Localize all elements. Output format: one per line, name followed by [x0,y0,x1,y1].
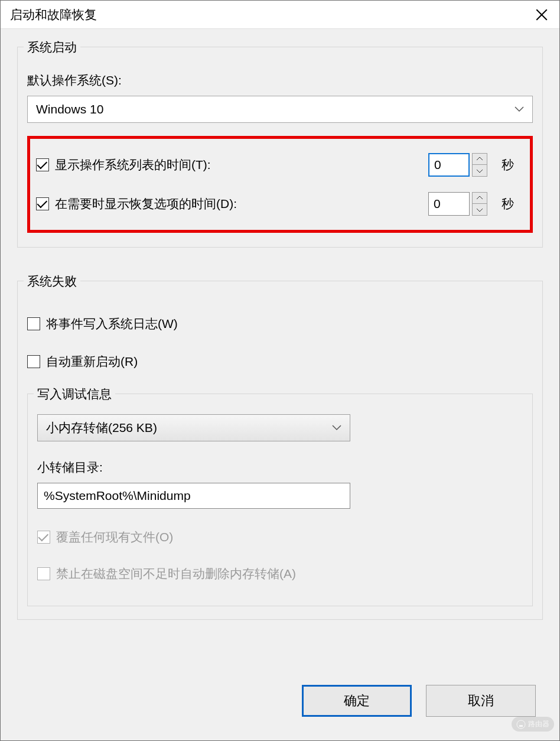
os-list-spinner: 秒 [428,153,522,177]
watermark-badge: 路由器 [512,717,554,732]
no-auto-delete-label: 禁止在磁盘空间不足时自动删除内存转储(A) [56,566,523,582]
svg-point-2 [517,720,525,729]
svg-rect-3 [519,725,523,727]
overwrite-checkbox [37,531,50,544]
dump-type-value: 小内存转储(256 KB) [46,420,157,436]
highlight-annotation: 显示操作系统列表的时间(T): 秒 在需要时显示恢复选项的时间(D): [27,136,533,233]
close-button[interactable] [524,1,559,29]
spin-up-button[interactable] [472,192,487,204]
dump-type-combo[interactable]: 小内存转储(256 KB) [37,414,350,441]
watermark-text: 路由器 [528,719,549,729]
system-startup-group: 系统启动 默认操作系统(S): Windows 10 显示操作系统列表的时间(T… [17,47,543,248]
group-legend: 系统启动 [24,39,80,56]
seconds-unit: 秒 [502,196,522,212]
titlebar: 启动和故障恢复 [1,1,559,29]
cancel-button[interactable]: 取消 [426,685,536,717]
dialog-title: 启动和故障恢复 [10,6,524,23]
write-event-label: 将事件写入系统日志(W) [46,316,533,332]
ok-button[interactable]: 确定 [302,685,412,717]
recovery-time-input[interactable] [428,192,470,216]
show-os-list-label: 显示操作系统列表的时间(T): [55,157,428,173]
seconds-unit: 秒 [502,157,522,173]
show-os-list-row: 显示操作系统列表的时间(T): 秒 [36,151,522,179]
os-list-time-input[interactable] [428,153,470,177]
default-os-value: Windows 10 [36,102,103,116]
show-recovery-row: 在需要时显示恢复选项的时间(D): 秒 [36,190,522,218]
write-event-checkbox[interactable] [27,317,40,330]
dump-dir-label: 小转储目录: [37,459,523,476]
write-event-row: 将事件写入系统日志(W) [27,310,533,338]
close-icon [536,9,548,21]
router-icon [516,720,526,729]
auto-restart-checkbox[interactable] [27,355,40,368]
spin-down-button[interactable] [472,204,487,216]
dialog-footer: 确定 取消 [1,685,559,740]
overwrite-row: 覆盖任何现有文件(O) [37,523,523,551]
spin-up-button[interactable] [472,153,487,165]
no-auto-delete-checkbox [37,567,50,580]
default-os-label: 默认操作系统(S): [27,72,533,89]
dump-dir-input[interactable] [37,483,350,509]
show-os-list-checkbox[interactable] [36,158,49,171]
recovery-spinner: 秒 [428,192,522,216]
default-os-combo[interactable]: Windows 10 [27,96,533,123]
system-failure-group: 系统失败 将事件写入系统日志(W) 自动重新启动(R) 写入调试信息 小内存转储… [17,281,543,620]
group-legend: 系统失败 [24,273,80,290]
auto-restart-label: 自动重新启动(R) [46,353,533,370]
no-auto-delete-row: 禁止在磁盘空间不足时自动删除内存转储(A) [37,560,523,588]
inner-legend: 写入调试信息 [34,386,115,402]
spin-down-button[interactable] [472,165,487,177]
overwrite-label: 覆盖任何现有文件(O) [56,529,523,545]
auto-restart-row: 自动重新启动(R) [27,347,533,376]
show-recovery-label: 在需要时显示恢复选项的时间(D): [55,196,428,212]
startup-recovery-dialog: 启动和故障恢复 系统启动 默认操作系统(S): Windows 10 显示操作系… [0,0,560,741]
dialog-content: 系统启动 默认操作系统(S): Windows 10 显示操作系统列表的时间(T… [1,29,559,685]
chevron-down-icon [515,106,524,112]
show-recovery-checkbox[interactable] [36,197,49,210]
debug-info-group: 写入调试信息 小内存转储(256 KB) 小转储目录: 覆盖任何现有文件(O) … [27,394,533,606]
chevron-down-icon [332,425,341,431]
